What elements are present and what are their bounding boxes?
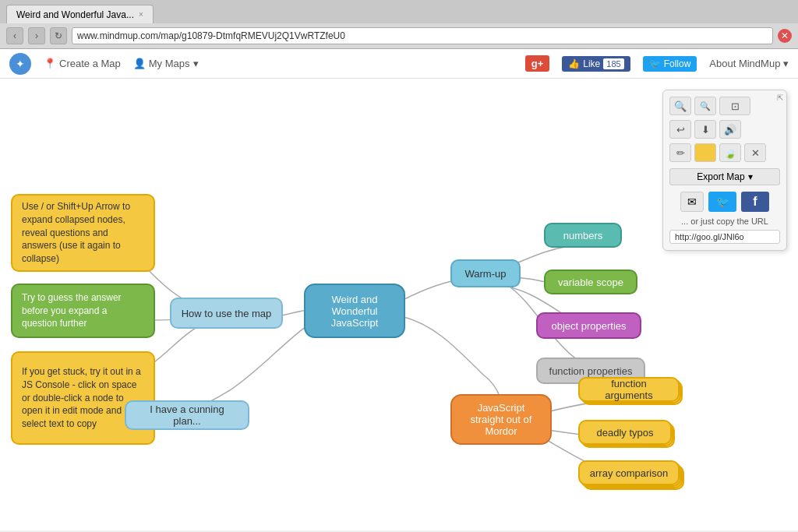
stop-button[interactable]: ✕ (778, 29, 792, 43)
address-input[interactable] (72, 27, 773, 44)
my-maps-link[interactable]: 👤 My Maps ▾ (133, 58, 199, 69)
tab-bar: Weird and Wonderful Java... × (0, 0, 798, 23)
person-icon: 👤 (133, 58, 146, 69)
function-arguments-node[interactable]: function arguments (578, 377, 680, 402)
twitter-icon: 🐦 (716, 196, 729, 208)
central-node[interactable]: Weird and Wonderful JavaScript (304, 284, 405, 338)
close-node-button[interactable]: ✕ (744, 143, 766, 162)
back-button[interactable]: ‹ (6, 27, 23, 44)
address-bar-row: ‹ › ↻ ✕ (0, 23, 798, 48)
audio-button[interactable]: 🔊 (719, 120, 741, 139)
twitter-bird-icon: 🐦 (649, 58, 661, 69)
browser-chrome: Weird and Wonderful Java... × ‹ › ↻ ✕ (0, 0, 798, 49)
facebook-share-button[interactable]: f (741, 192, 769, 212)
tip3-node[interactable]: If you get stuck, try it out in a JS Con… (11, 351, 155, 445)
numbers-node[interactable]: numbers (544, 223, 622, 248)
object-properties-node[interactable]: object properties (536, 312, 641, 339)
app-header: ✦ 📍 Create a Map 👤 My Maps ▾ g+ 👍 Like 1… (0, 49, 798, 79)
about-link[interactable]: About MindMup ▾ (709, 58, 789, 69)
email-icon: ✉ (687, 196, 697, 208)
how-to-use-node[interactable]: How to use the map (170, 298, 283, 329)
email-share-button[interactable]: ✉ (680, 192, 704, 212)
zoom-in-button[interactable]: 🔍 (669, 97, 691, 115)
panel-toolbar-row3: ✏ 🍃 ✕ (669, 143, 780, 162)
leaf-button[interactable]: 🍃 (719, 143, 741, 162)
download-button[interactable]: ⬇ (694, 120, 716, 139)
facebook-icon: f (753, 195, 757, 209)
color-picker-button[interactable] (694, 143, 716, 162)
like-button[interactable]: 👍 Like 185 (562, 56, 630, 72)
pencil-button[interactable]: ✏ (669, 143, 691, 162)
browser-tab[interactable]: Weird and Wonderful Java... × (6, 5, 154, 23)
create-map-link[interactable]: 📍 Create a Map (44, 58, 121, 69)
follow-button[interactable]: 🐦 Follow (643, 56, 697, 72)
cunning-plan-node[interactable]: I have a cunning plan... (125, 400, 249, 430)
panel-toolbar-row1: 🔍 🔍 ⊡ (669, 97, 780, 115)
tip2-node[interactable]: Try to guess the answer before you expan… (11, 284, 155, 338)
undo-button[interactable]: ↩ (669, 120, 691, 139)
pin-icon: 📍 (44, 58, 56, 69)
zoom-out-button[interactable]: 🔍 (694, 97, 716, 115)
fit-button[interactable]: ⊡ (719, 97, 750, 115)
gplus-button[interactable]: g+ (525, 55, 550, 72)
copy-url-label: ... or just copy the URL (669, 217, 780, 226)
mindmup-logo: ✦ (9, 53, 31, 75)
thumb-icon: 👍 (568, 58, 580, 69)
tab-title: Weird and Wonderful Java... (16, 9, 134, 20)
mindmap-canvas: Use / or Shift+Up Arrow to expand collap… (0, 79, 798, 530)
panel-toolbar-row2: ↩ ⬇ 🔊 (669, 120, 780, 139)
panel-minimize-icon[interactable]: ⇱ (777, 93, 783, 102)
floating-panel: ⇱ 🔍 🔍 ⊡ ↩ ⬇ 🔊 ✏ 🍃 ✕ Export Map ▾ (662, 90, 787, 251)
array-comparison-node[interactable]: array comparison (578, 460, 680, 485)
warmup-node[interactable]: Warm-up (450, 259, 521, 287)
twitter-share-button[interactable]: 🐦 (708, 192, 736, 212)
url-copy-input[interactable] (669, 230, 780, 244)
mordor-node[interactable]: JavaScript straight out of Mordor (450, 394, 552, 445)
social-sharing-row: ✉ 🐦 f (669, 192, 780, 212)
deadly-typos-node[interactable]: deadly typos (578, 420, 672, 445)
tab-close-icon[interactable]: × (139, 10, 143, 19)
forward-button[interactable]: › (28, 27, 45, 44)
variable-scope-node[interactable]: variable scope (544, 270, 637, 294)
tip1-node[interactable]: Use / or Shift+Up Arrow to expand collap… (11, 194, 155, 272)
export-button[interactable]: Export Map ▾ (669, 168, 780, 185)
refresh-button[interactable]: ↻ (50, 27, 67, 44)
